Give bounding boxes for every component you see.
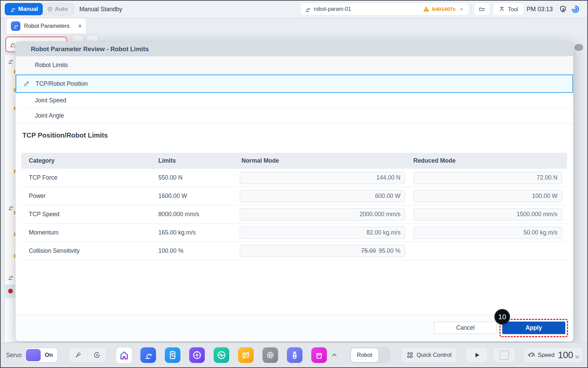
- category-cell: Power: [21, 192, 158, 200]
- app-robot-icon[interactable]: [140, 347, 156, 363]
- dock-collapse-chevron-icon[interactable]: [330, 350, 339, 359]
- app-program-icon[interactable]: [165, 347, 180, 363]
- speed-unit: %: [575, 354, 579, 360]
- auto-init-button[interactable]: [88, 348, 106, 363]
- limits-table-body: TCP Force550.00 N144.00 N72.00 NPower160…: [21, 169, 567, 260]
- chevron-down-icon[interactable]: [458, 6, 465, 12]
- table-row: TCP Speed8000.000 mm/s2000.000 mm/s1500.…: [21, 205, 567, 224]
- reduced-mode-input[interactable]: 100.00 W: [413, 190, 562, 202]
- mode-auto-label: Auto: [55, 6, 68, 13]
- column-header: Normal Mode: [240, 157, 413, 164]
- mode-manual-label: Manual: [18, 6, 38, 13]
- speed-label: Speed: [538, 352, 554, 359]
- mode-auto-button[interactable]: @ Auto: [41, 3, 74, 15]
- dialog-title: Robot Parameter Review - Robot Limits: [16, 42, 573, 56]
- quick-control-button[interactable]: Quick Control: [401, 347, 457, 363]
- robot-view-toggle[interactable]: Robot: [350, 347, 390, 363]
- menu-item-joint-speed[interactable]: Joint Speed: [16, 93, 573, 108]
- robot-parameters-icon: [11, 21, 20, 31]
- bottom-bar: Servo On: [1, 343, 587, 367]
- app-settings-icon[interactable]: [262, 347, 278, 363]
- clock: PM 03:13: [527, 1, 553, 18]
- reduced-mode-cell: 72.00 N: [413, 172, 567, 184]
- normal-mode-input[interactable]: 82.00 kg.m/s: [240, 227, 405, 239]
- previous-value: 75.00: [361, 247, 376, 254]
- limits-table: CategoryLimitsNormal ModeReduced Mode TC…: [21, 153, 567, 260]
- alarm-code[interactable]: b401407c: [432, 6, 456, 12]
- normal-mode-input[interactable]: 2000.000 mm/s: [240, 208, 405, 221]
- file-open-button[interactable]: [474, 3, 490, 16]
- tab-label: Robot Parameters: [24, 23, 74, 29]
- normal-mode-cell: 600.00 W: [240, 190, 413, 202]
- speed-control[interactable]: Speed 100 %: [524, 347, 583, 363]
- normal-mode-cell: 2000.000 mm/s: [240, 208, 413, 221]
- category-cell: Momentum: [21, 229, 158, 236]
- auto-icon: @: [47, 6, 53, 12]
- reduced-mode-cell: 1500.000 mm/s: [413, 208, 567, 221]
- speedometer-icon: [528, 351, 536, 359]
- menu-item-tcp-robot-position[interactable]: TCP/Robot Position: [16, 75, 573, 93]
- limit-cell: 1600.00 W: [158, 192, 240, 200]
- play-button[interactable]: [466, 347, 488, 363]
- app-jog-icon[interactable]: [189, 347, 205, 363]
- app-store-icon[interactable]: [311, 347, 327, 363]
- app-log-icon[interactable]: [238, 347, 254, 363]
- robot-status-text: Manual Standby: [79, 1, 122, 18]
- warning-icon: [423, 6, 429, 12]
- top-bar: Manual @ Auto Manual Standby robot-param…: [1, 1, 587, 18]
- category-cell: TCP Force: [21, 174, 158, 181]
- robot-parameter-review-dialog: Robot Parameter Review - Robot Limits Ro…: [15, 41, 573, 342]
- safety-shield-icon[interactable]: [559, 5, 567, 13]
- folder-icon: [478, 6, 486, 13]
- app-remote-icon[interactable]: [287, 347, 302, 363]
- category-cell: Collision Sensitivity: [21, 247, 158, 254]
- table-row: TCP Force550.00 N144.00 N72.00 N: [21, 169, 567, 187]
- limit-cell: 8000.000 mm/s: [158, 211, 240, 218]
- tab-robot-parameters[interactable]: Robot Parameters ×: [6, 18, 86, 34]
- tool-button[interactable]: Tool: [493, 3, 524, 16]
- speed-value: 100: [558, 350, 573, 361]
- limits-menu: Robot Limits TCP/Robot Position Joint Sp…: [16, 56, 573, 123]
- menu-item-robot-limits[interactable]: Robot Limits: [16, 56, 573, 75]
- annotation-step-badge: 10: [494, 309, 510, 325]
- menu-item-joint-angle[interactable]: Joint Angle: [16, 108, 573, 123]
- servo-state: On: [41, 348, 57, 362]
- robot-icon: [305, 6, 311, 13]
- normal-mode-input[interactable]: 144.00 N: [240, 172, 405, 184]
- reduced-mode-input[interactable]: 72.00 N: [413, 172, 562, 184]
- program-name: robot-param-01: [314, 6, 351, 12]
- cancel-button[interactable]: Cancel: [434, 322, 497, 334]
- limit-cell: 550.00 N: [158, 174, 240, 181]
- column-header: Limits: [158, 157, 240, 164]
- app-monitor-icon[interactable]: [214, 347, 229, 363]
- normal-mode-input[interactable]: 75.0095.00 %: [240, 245, 405, 257]
- stop-button[interactable]: [493, 347, 515, 363]
- rotate-plus-icon: [93, 351, 101, 359]
- quick-control-icon: [406, 351, 414, 359]
- normal-mode-input[interactable]: 600.00 W: [240, 190, 405, 202]
- section-title: TCP Position/Robot Limits: [22, 131, 108, 139]
- stop-icon: [499, 350, 509, 360]
- table-row: Power1600.00 W600.00 W100.00 W: [21, 187, 567, 205]
- edit-pencil-icon: [23, 80, 30, 87]
- servo-toggle[interactable]: On: [24, 348, 58, 363]
- tab-close-icon[interactable]: ×: [78, 22, 82, 30]
- reduced-mode-input[interactable]: 1500.000 mm/s: [413, 208, 562, 221]
- program-selector[interactable]: robot-param-01 b401407c: [300, 3, 469, 16]
- limit-cell: 100.00 %: [158, 247, 240, 254]
- workcell-setup-button[interactable]: [69, 348, 88, 363]
- table-row: Collision Sensitivity100.00 %75.0095.00 …: [21, 242, 567, 260]
- collaboration-swirl-icon[interactable]: [571, 5, 580, 14]
- reduced-mode-cell: 50.00 kg.m/s: [413, 227, 567, 239]
- app-home-icon[interactable]: [116, 347, 132, 364]
- play-icon: [472, 351, 481, 360]
- column-header: Category: [21, 157, 158, 164]
- dialog-footer: Cancel Apply: [16, 314, 573, 341]
- normal-mode-cell: 75.0095.00 %: [240, 245, 413, 257]
- robot-setup-group: [68, 347, 106, 363]
- apply-button[interactable]: Apply: [502, 322, 565, 334]
- tool-icon: [498, 6, 505, 13]
- mode-manual-button[interactable]: Manual: [5, 3, 43, 15]
- reduced-mode-input[interactable]: 50.00 kg.m/s: [413, 227, 562, 239]
- table-row: Momentum165.00 kg.m/s82.00 kg.m/s50.00 k…: [21, 224, 567, 242]
